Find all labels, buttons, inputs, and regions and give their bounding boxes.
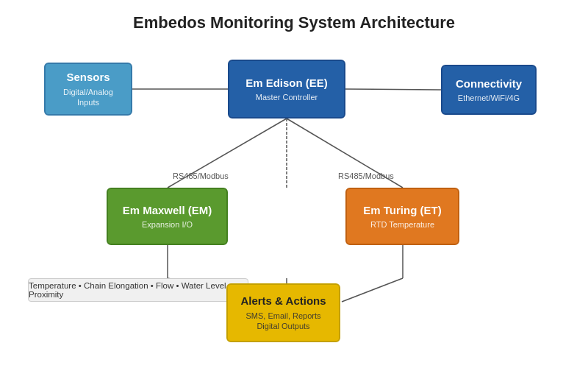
connectivity-title: Connectivity	[456, 77, 522, 91]
rs485-label-left: RS485/Modbus	[173, 171, 229, 180]
alerts-subtitle: SMS, Email, ReportsDigital Outputs	[245, 311, 320, 332]
svg-line-9	[342, 278, 403, 302]
connectivity-box: Connectivity Ethernet/WiFi/4G	[441, 65, 537, 115]
sensors-box: Sensors Digital/AnalogInputs	[44, 63, 132, 116]
edison-title: Em Edison (EE)	[245, 76, 328, 91]
svg-line-1	[345, 89, 441, 90]
maxwell-box: Em Maxwell (EM) Expansion I/O	[107, 188, 228, 245]
connectivity-subtitle: Ethernet/WiFi/4G	[458, 93, 520, 103]
sensor-bar: Temperature • Chain Elongation • Flow • …	[28, 278, 248, 302]
diagram-area: Sensors Digital/AnalogInputs Em Edison (…	[0, 40, 588, 368]
maxwell-title: Em Maxwell (EM)	[123, 203, 212, 218]
sensors-title: Sensors	[66, 70, 110, 85]
edison-subtitle: Master Controller	[256, 92, 318, 102]
alerts-title: Alerts & Actions	[240, 294, 326, 308]
edison-box: Em Edison (EE) Master Controller	[228, 60, 345, 118]
rs485-label-right: RS485/Modbus	[338, 171, 394, 180]
turing-box: Em Turing (ET) RTD Temperature	[345, 188, 459, 245]
page-title: Embedos Monitoring System Architecture	[0, 0, 588, 40]
alerts-box: Alerts & Actions SMS, Email, ReportsDigi…	[226, 283, 340, 342]
turing-subtitle: RTD Temperature	[370, 219, 434, 230]
sensors-subtitle: Digital/AnalogInputs	[63, 87, 113, 108]
maxwell-subtitle: Expansion I/O	[142, 219, 193, 230]
turing-title: Em Turing (ET)	[363, 203, 441, 218]
